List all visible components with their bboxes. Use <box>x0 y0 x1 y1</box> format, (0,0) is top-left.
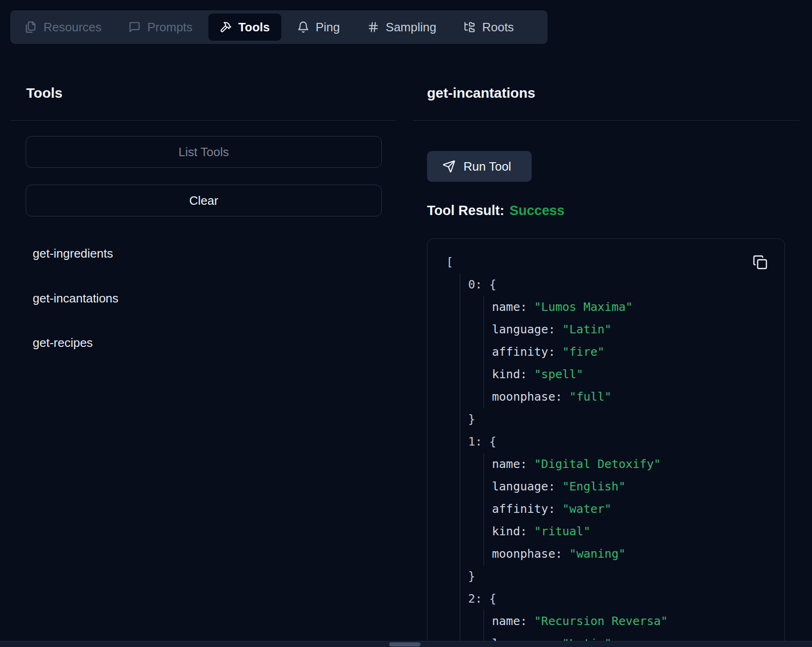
json-key: moonphase: <box>492 390 570 403</box>
json-key: language: <box>492 480 563 493</box>
tab-label: Tools <box>238 20 270 35</box>
json-string-value: "Lumos Maxima" <box>534 300 633 314</box>
tab-resources[interactable]: Resources <box>14 14 113 41</box>
horizontal-scrollbar-track[interactable] <box>0 641 812 647</box>
tool-list-item-get-ingredients[interactable]: get-ingredients <box>33 245 113 262</box>
json-object-children: name: "Digital Detoxify"language: "Engli… <box>484 453 768 565</box>
tool-result-label: Tool Result: <box>427 203 504 218</box>
tab-tools[interactable]: Tools <box>208 14 281 41</box>
json-line: moonphase: "waning" <box>492 543 768 565</box>
json-line: name: "Digital Detoxify" <box>492 453 768 475</box>
json-line: } <box>468 408 768 431</box>
json-key: moonphase: <box>492 547 570 561</box>
json-string-value: "ritual" <box>534 525 590 538</box>
json-key: name: <box>492 300 534 314</box>
json-string-value: "waning" <box>570 547 626 561</box>
bell-icon <box>297 21 309 33</box>
left-panel-title: Tools <box>26 85 63 101</box>
json-object-children: name: "Lumos Maxima"language: "Latin"aff… <box>484 296 768 408</box>
json-line: 2: { <box>468 588 768 610</box>
json-line: kind: "spell" <box>492 363 768 386</box>
right-panel-divider <box>413 120 799 121</box>
tab-roots[interactable]: Roots <box>452 14 525 41</box>
json-line: kind: "ritual" <box>492 520 768 543</box>
json-key: kind: <box>492 525 534 538</box>
json-line: language: "English" <box>492 475 768 498</box>
json-punctuation: 0: { <box>468 278 496 291</box>
send-icon <box>442 160 456 173</box>
json-string-value: "spell" <box>534 367 583 381</box>
tab-bar: Resources Prompts Tools Ping <box>10 10 548 44</box>
json-line: affinity: "fire" <box>492 341 768 363</box>
json-key: affinity: <box>492 345 563 359</box>
run-tool-button[interactable]: Run Tool <box>427 151 532 182</box>
json-line: language: "Latin" <box>492 318 768 341</box>
json-string-value: "English" <box>563 480 626 493</box>
json-line: [ <box>446 251 768 273</box>
json-string-value: "Latin" <box>563 323 612 336</box>
json-array-children: 0: {name: "Lumos Maxima"language: "Latin… <box>460 273 768 647</box>
json-punctuation: } <box>468 569 475 583</box>
json-punctuation: [ <box>446 255 453 269</box>
json-line: name: "Recursion Reversa" <box>492 610 768 633</box>
tool-result-status: Success <box>509 203 564 218</box>
json-line: 0: { <box>468 273 768 296</box>
json-string-value: "Recursion Reversa" <box>534 614 668 628</box>
tab-label: Resources <box>43 20 101 35</box>
json-string-value: "Digital Detoxify" <box>534 457 661 471</box>
json-string-value: "fire" <box>563 345 605 359</box>
json-key: kind: <box>492 367 534 381</box>
tool-result-line: Tool Result:Success <box>427 203 564 218</box>
tab-label: Ping <box>316 20 340 35</box>
json-string-value: "full" <box>570 390 612 403</box>
json-key: name: <box>492 614 534 628</box>
json-line: } <box>468 565 768 588</box>
json-punctuation: 1: { <box>468 435 496 448</box>
files-icon <box>25 21 37 33</box>
tab-label: Prompts <box>147 20 192 35</box>
tab-sampling[interactable]: Sampling <box>356 14 448 41</box>
json-line: 1: { <box>468 431 768 453</box>
message-square-icon <box>128 21 141 33</box>
hash-icon <box>367 21 379 33</box>
json-punctuation: } <box>468 412 475 426</box>
horizontal-scrollbar-thumb[interactable] <box>389 642 420 647</box>
json-string-value: "water" <box>563 502 612 516</box>
copy-button[interactable] <box>753 255 768 270</box>
tool-list-item-get-recipes[interactable]: get-recipes <box>33 334 93 351</box>
tool-result-json-box: [0: {name: "Lumos Maxima"language: "Lati… <box>427 238 785 647</box>
json-tree: [0: {name: "Lumos Maxima"language: "Lati… <box>446 251 768 647</box>
json-key: affinity: <box>492 502 563 516</box>
list-tools-button[interactable]: List Tools <box>26 136 382 168</box>
copy-icon <box>753 255 768 270</box>
tool-list-item-get-incantations[interactable]: get-incantations <box>33 290 119 307</box>
tab-label: Sampling <box>386 20 436 35</box>
json-punctuation: 2: { <box>468 592 496 605</box>
json-line: name: "Lumos Maxima" <box>492 296 768 318</box>
json-line: moonphase: "full" <box>492 386 768 408</box>
selected-tool-title: get-incantations <box>427 85 535 101</box>
left-panel-divider <box>10 120 397 121</box>
json-key: language: <box>492 323 563 336</box>
tab-prompts[interactable]: Prompts <box>117 14 204 41</box>
clear-button[interactable]: Clear <box>26 185 382 216</box>
folder-tree-icon <box>463 21 476 33</box>
tab-label: Roots <box>482 20 514 35</box>
tab-ping[interactable]: Ping <box>286 14 351 41</box>
json-key: name: <box>492 457 534 471</box>
hammer-icon <box>220 21 232 33</box>
run-tool-label: Run Tool <box>463 159 511 174</box>
json-line: affinity: "water" <box>492 498 768 520</box>
